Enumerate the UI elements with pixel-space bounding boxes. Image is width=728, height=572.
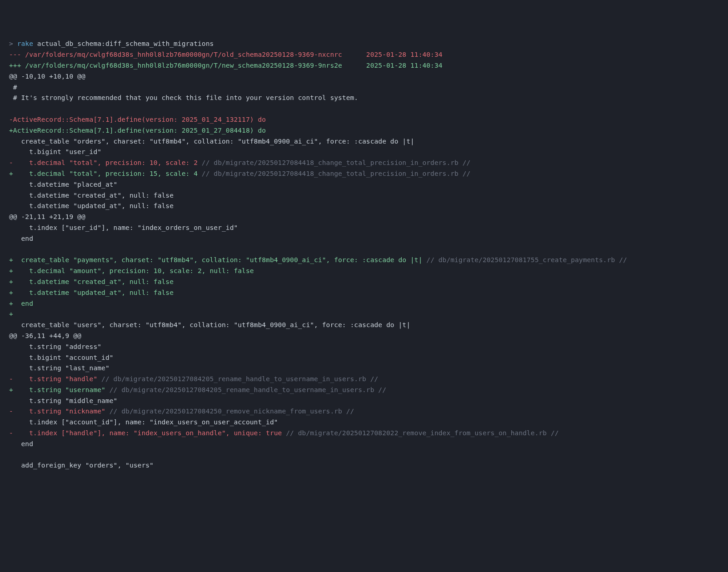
diff-ctx-line: create_table "orders", charset: "utf8mb4… — [9, 138, 414, 145]
diff-del-line: --- /var/folders/mq/cwlgf68d38s_hnh0l8lz… — [9, 51, 443, 58]
diff-annotation: // db/migrate/20250127081755_create_paym… — [422, 256, 627, 264]
diff-ctx-line: t.index ["account_id"], name: "index_use… — [9, 418, 278, 426]
prompt-symbol: > — [9, 40, 17, 47]
diff-del-line: - t.string "nickname" — [9, 408, 105, 415]
rake-cmd: rake — [17, 40, 33, 47]
diff-ctx-line: t.string "middle_name" — [9, 397, 117, 404]
diff-ctx-line: end — [9, 235, 33, 242]
diff-add-line: + t.string "username" — [9, 386, 105, 393]
diff-ctx-line: t.datetime "updated_at", null: false — [9, 202, 174, 209]
diff-ctx-line: add_foreign_key "orders", "users" — [9, 462, 154, 469]
diff-add-line: + t.decimal "amount", precision: 10, sca… — [9, 267, 254, 274]
diff-annotation: // db/migrate/20250127084205_rename_hand… — [105, 386, 386, 393]
diff-add-line: +ActiveRecord::Schema[7.1].define(versio… — [9, 127, 266, 134]
diff-add-line: + t.datetime "created_at", null: false — [9, 278, 174, 285]
diff-annotation: // db/migrate/20250127084250_remove_nick… — [105, 408, 354, 415]
diff-ctx-line: t.index ["user_id"], name: "index_orders… — [9, 224, 238, 231]
diff-add-line: + end — [9, 300, 33, 307]
diff-ctx-line: t.bigint "user_id" — [9, 148, 101, 155]
diff-ctx-line: t.string "last_name" — [9, 364, 110, 372]
diff-ctx-line: @@ -21,11 +21,19 @@ — [9, 213, 85, 220]
diff-ctx-line: t.string "address" — [9, 343, 101, 350]
diff-annotation: // db/migrate/20250127084418_change_tota… — [198, 159, 470, 166]
diff-add-line: + t.decimal "total", precision: 15, scal… — [9, 170, 198, 177]
diff-output: --- /var/folders/mq/cwlgf68d38s_hnh0l8lz… — [9, 50, 719, 471]
diff-ctx-line: t.datetime "placed_at" — [9, 181, 117, 188]
diff-del-line: - t.index ["handle"], name: "index_users… — [9, 429, 282, 437]
diff-ctx-line: end — [9, 440, 33, 448]
diff-ctx-line: t.datetime "created_at", null: false — [9, 192, 174, 199]
diff-ctx-line: @@ -36,11 +44,9 @@ — [9, 332, 81, 339]
diff-ctx-line: t.bigint "account_id" — [9, 354, 114, 361]
diff-add-line: + — [9, 310, 13, 318]
diff-ctx-line: @@ -10,10 +10,10 @@ — [9, 73, 85, 80]
terminal-output[interactable]: > rake actual_db_schema:diff_schema_with… — [9, 39, 719, 471]
diff-add-line: + create_table "payments", charset: "utf… — [9, 256, 422, 264]
diff-annotation: // db/migrate/20250127082022_remove_inde… — [282, 429, 558, 437]
diff-annotation: // db/migrate/20250127084418_change_tota… — [198, 170, 470, 177]
diff-del-line: -ActiveRecord::Schema[7.1].define(versio… — [9, 116, 266, 123]
cmd-args: actual_db_schema:diff_schema_with_migrat… — [33, 40, 214, 47]
diff-add-line: +++ /var/folders/mq/cwlgf68d38s_hnh0l8lz… — [9, 62, 443, 69]
prompt-line: > rake actual_db_schema:diff_schema_with… — [9, 40, 214, 47]
diff-del-line: - t.decimal "total", precision: 10, scal… — [9, 159, 198, 166]
diff-del-line: - t.string "handle" — [9, 375, 97, 383]
diff-ctx-line: create_table "users", charset: "utf8mb4"… — [9, 321, 410, 328]
diff-annotation: // db/migrate/20250127084205_rename_hand… — [97, 375, 378, 383]
diff-ctx-line: # — [9, 84, 17, 91]
diff-add-line: + t.datetime "updated_at", null: false — [9, 289, 174, 296]
diff-ctx-line: # It's strongly recommended that you che… — [9, 94, 358, 101]
